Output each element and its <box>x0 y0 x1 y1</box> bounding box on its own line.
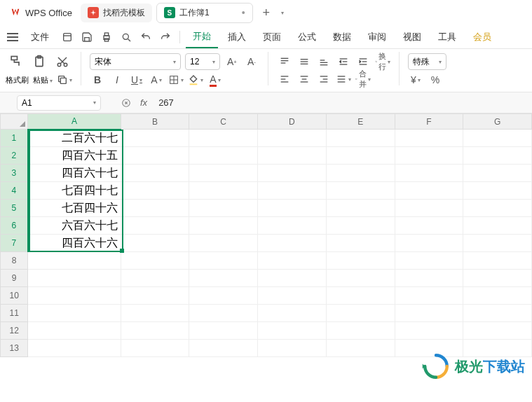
row-header[interactable]: 6 <box>1 217 28 235</box>
justify-icon[interactable]: ▾ <box>336 71 351 87</box>
merge-button[interactable]: 合并▾ <box>355 71 371 87</box>
row-header[interactable]: 8 <box>1 252 28 270</box>
tab-workbook[interactable]: S 工作簿1 • <box>156 3 253 23</box>
sheet-tab-icon: S <box>164 7 175 18</box>
cell[interactable]: 七百四十七 <box>28 182 121 200</box>
tab-label: 找稻壳模板 <box>103 7 145 19</box>
svg-rect-47 <box>355 79 357 80</box>
app-name-text: WPS Office <box>25 8 72 18</box>
col-header-E[interactable]: E <box>326 114 395 130</box>
row-header[interactable]: 1 <box>1 130 28 147</box>
row-header[interactable]: 11 <box>1 305 28 322</box>
align-top-icon[interactable] <box>277 54 292 69</box>
font-size-select[interactable]: 12▾ <box>185 53 220 70</box>
name-box-dropdown-icon: ▾ <box>93 99 96 106</box>
menu-page[interactable]: 页面 <box>256 27 288 48</box>
align-left-icon[interactable] <box>277 71 292 87</box>
fill-color-button[interactable]: ▾ <box>188 72 203 88</box>
wps-logo-icon <box>10 7 21 18</box>
clipboard-group: 格式刷 粘贴▾ ▾ <box>6 52 72 89</box>
row-header[interactable]: 10 <box>1 287 28 305</box>
svg-rect-3 <box>104 33 108 36</box>
menu-review[interactable]: 审阅 <box>361 27 393 48</box>
indent-increase-icon[interactable] <box>355 54 371 69</box>
fx-label[interactable]: fx <box>135 97 153 108</box>
cell[interactable]: 六百六十七 <box>28 217 121 235</box>
cell[interactable]: 四百六十六 <box>28 235 121 252</box>
hamburger-icon[interactable] <box>7 33 18 41</box>
preview-icon[interactable] <box>118 29 135 46</box>
select-all-corner[interactable] <box>1 114 28 130</box>
menu-start[interactable]: 开始 <box>186 26 218 48</box>
copy-button[interactable]: ▾ <box>57 72 72 88</box>
redo-icon[interactable] <box>157 29 174 46</box>
menu-view[interactable]: 视图 <box>396 27 428 48</box>
decrease-font-icon[interactable]: A- <box>244 54 259 69</box>
separator <box>179 31 180 43</box>
increase-font-icon[interactable]: A+ <box>224 54 240 69</box>
cell[interactable]: 四百六十五 <box>28 147 121 165</box>
name-box[interactable]: A1 ▾ <box>17 95 101 111</box>
cut-button[interactable] <box>53 54 71 69</box>
print-icon[interactable] <box>98 29 115 46</box>
italic-button[interactable]: I <box>109 72 125 88</box>
menu-data[interactable]: 数据 <box>326 27 358 48</box>
wrap-text-button[interactable]: 换行▾ <box>375 54 390 69</box>
menu-tools[interactable]: 工具 <box>431 27 463 48</box>
cancel-formula-icon[interactable] <box>118 98 135 108</box>
col-header-F[interactable]: F <box>395 114 463 130</box>
indent-decrease-icon[interactable] <box>336 54 351 69</box>
svg-rect-7 <box>11 57 17 60</box>
border-button[interactable]: ▾ <box>168 72 184 88</box>
paste-button[interactable] <box>29 53 49 70</box>
col-header-G[interactable]: G <box>463 114 532 130</box>
number-format-select[interactable]: 特殊▾ <box>408 53 446 70</box>
strikethrough-button[interactable]: A▾ <box>149 72 164 88</box>
align-right-icon[interactable] <box>316 71 332 87</box>
menu-member[interactable]: 会员 <box>466 27 498 48</box>
row-header[interactable]: 3 <box>1 165 28 182</box>
svg-line-6 <box>128 39 130 41</box>
quick-access-btn-1[interactable] <box>59 29 76 46</box>
tab-list-dropdown[interactable]: ▾ <box>281 10 284 16</box>
align-middle-icon[interactable] <box>296 54 312 69</box>
align-bottom-icon[interactable] <box>316 54 332 69</box>
cell-reference: A1 <box>22 98 32 108</box>
undo-icon[interactable] <box>137 29 154 46</box>
tab-dirty-indicator: • <box>242 7 245 18</box>
col-header-B[interactable]: B <box>121 114 189 130</box>
cell[interactable]: 二百六十七 <box>28 130 121 147</box>
row-header[interactable]: 5 <box>1 200 28 217</box>
row-header[interactable]: 12 <box>1 322 28 340</box>
save-icon[interactable] <box>79 29 95 46</box>
cell[interactable]: 四百六十七 <box>28 165 121 182</box>
row-header[interactable]: 2 <box>1 147 28 165</box>
col-header-C[interactable]: C <box>189 114 258 130</box>
menu-insert[interactable]: 插入 <box>221 27 253 48</box>
paste-label[interactable]: 粘贴▾ <box>33 75 53 85</box>
tab-template[interactable]: 找稻壳模板 <box>81 4 152 22</box>
row-header[interactable]: 7 <box>1 235 28 252</box>
menu-formula[interactable]: 公式 <box>291 27 323 48</box>
row-header[interactable]: 13 <box>1 340 28 357</box>
font-name-select[interactable]: 宋体▾ <box>90 53 181 70</box>
underline-button[interactable]: U▾ <box>129 72 144 88</box>
format-painter-button[interactable] <box>6 53 25 70</box>
col-header-A[interactable]: A <box>28 114 121 130</box>
row-header[interactable]: 9 <box>1 270 28 287</box>
percent-button[interactable]: % <box>428 72 443 88</box>
currency-button[interactable]: ¥▾ <box>408 72 423 88</box>
font-color-button[interactable]: A▾ <box>207 72 223 88</box>
align-group: 换行▾ ▾ 合并▾ <box>277 52 390 89</box>
cell[interactable]: 七百四十六 <box>28 200 121 217</box>
row-header[interactable]: 4 <box>1 182 28 200</box>
title-bar: WPS Office 找稻壳模板 S 工作簿1 • + ▾ <box>0 0 532 25</box>
add-tab-button[interactable]: + <box>257 6 276 20</box>
formula-input[interactable]: 267 <box>153 97 532 108</box>
col-header-D[interactable]: D <box>258 114 327 130</box>
separator <box>268 52 268 85</box>
file-menu[interactable]: 文件 <box>24 27 56 48</box>
align-center-icon[interactable] <box>296 71 312 87</box>
bold-button[interactable]: B <box>90 72 105 88</box>
tab-label: 工作簿1 <box>179 7 210 19</box>
